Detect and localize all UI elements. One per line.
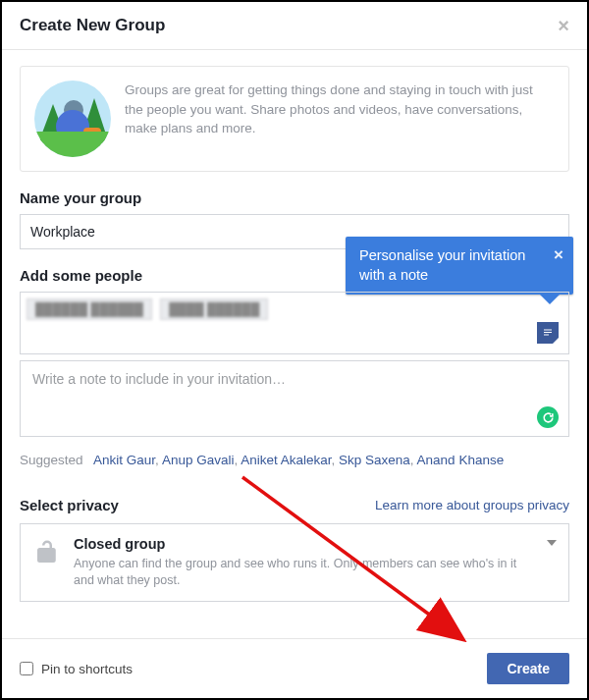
suggested-person[interactable]: Anup Gavali [162, 453, 235, 467]
privacy-label: Select privacy [20, 497, 119, 513]
chevron-down-icon [547, 540, 557, 546]
tooltip-close-icon[interactable]: × [554, 244, 563, 267]
privacy-learn-link[interactable]: Learn more about groups privacy [375, 498, 569, 512]
privacy-select[interactable]: Closed group Anyone can find the group a… [20, 523, 569, 602]
suggested-person[interactable]: Anand Khanse [417, 453, 505, 467]
pin-label: Pin to shortcuts [41, 662, 133, 676]
privacy-option-desc: Anyone can find the group and see who ru… [74, 556, 539, 589]
suggested-person[interactable]: Ankit Gaur [93, 453, 155, 467]
close-icon[interactable]: × [558, 16, 569, 35]
invitation-note-input[interactable]: Write a note to include in your invitati… [20, 360, 569, 437]
create-button[interactable]: Create [487, 653, 569, 684]
people-input[interactable]: ██████ ██████ ████ ██████ [20, 292, 569, 354]
people-chip[interactable]: ██████ ██████ [27, 298, 152, 320]
grammarly-icon[interactable] [537, 406, 559, 428]
svg-rect-0 [544, 330, 552, 331]
dialog-title: Create New Group [20, 16, 165, 35]
privacy-option-title: Closed group [74, 536, 539, 552]
intro-text: Groups are great for getting things done… [125, 81, 553, 138]
pin-checkbox-input[interactable] [20, 662, 33, 675]
svg-rect-1 [544, 332, 552, 333]
add-note-icon[interactable] [537, 322, 559, 344]
people-chip[interactable]: ████ ██████ [160, 298, 268, 320]
note-tooltip: Personalise your invitation with a note … [346, 237, 573, 295]
suggested-person[interactable]: Aniket Akalekar [241, 453, 331, 467]
suggested-row: Suggested Ankit Gaur, Anup Gavali, Anike… [20, 453, 569, 467]
intro-banner: Groups are great for getting things done… [20, 66, 569, 172]
lock-open-icon [32, 538, 62, 565]
name-label: Name your group [20, 189, 569, 206]
note-placeholder: Write a note to include in your invitati… [32, 371, 557, 387]
pin-shortcuts-checkbox[interactable]: Pin to shortcuts [20, 662, 133, 676]
tooltip-text: Personalise your invitation with a note [359, 247, 525, 283]
groups-illustration-icon [34, 81, 111, 157]
suggested-label: Suggested [20, 453, 83, 467]
svg-rect-2 [544, 335, 549, 336]
suggested-person[interactable]: Skp Saxena [339, 453, 410, 467]
